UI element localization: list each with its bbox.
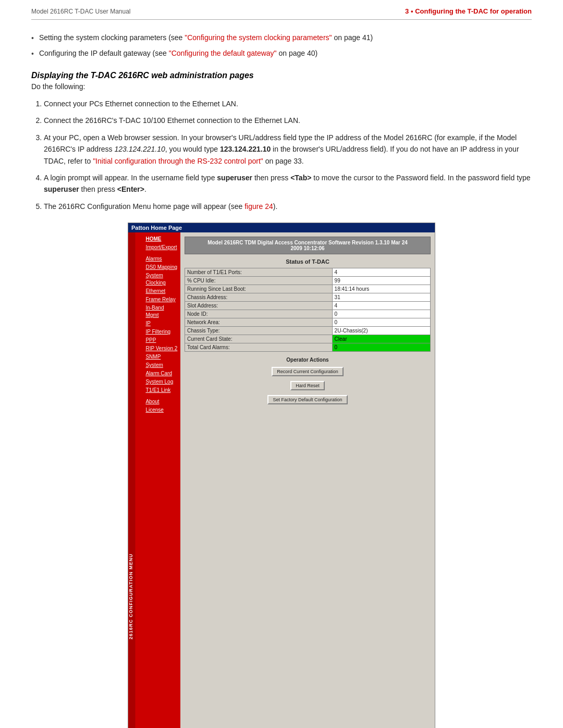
operator-actions-title: Operator Actions: [185, 357, 431, 363]
web-admin-body: 2616RC CONFIGURATION MENU HOME Import/Ex…: [128, 232, 435, 728]
page-container: Model 2616RC T-DAC User Manual 3 • Confi…: [0, 0, 563, 728]
nav-about[interactable]: About: [145, 398, 178, 405]
status-row-slot: Slot Address: 4: [185, 302, 431, 310]
status-label-slot: Slot Address:: [185, 302, 333, 310]
nav-license[interactable]: License: [145, 406, 178, 414]
record-config-button[interactable]: Record Current Configuration: [272, 367, 344, 376]
nav-links: HOME Import/Export Alarms DS0 Mapping Sy…: [143, 232, 180, 728]
nav-rip-version-2[interactable]: RIP Version 2: [145, 345, 178, 352]
status-label-ports: Number of T1/E1 Ports:: [185, 268, 333, 277]
status-value-node: 0: [332, 310, 430, 318]
status-value-chassis-type: 2U-Chassis(2): [332, 327, 430, 335]
status-row-boot: Running Since Last Boot: 18:41:14 hours: [185, 285, 431, 293]
intro-bullets: Setting the system clocking parameters (…: [31, 32, 532, 59]
status-value-network: 0: [332, 318, 430, 327]
nav-system[interactable]: System: [145, 362, 178, 369]
step-3: At your PC, open a Web browser session. …: [44, 132, 532, 167]
status-row-chassis-type: Chassis Type: 2U-Chassis(2): [185, 327, 431, 335]
status-label-card-state: Current Card State:: [185, 335, 333, 343]
link-rs232[interactable]: "Initial configuration through the RS-23…: [93, 157, 263, 165]
bullet-item-1: Setting the system clocking parameters (…: [31, 32, 532, 44]
status-row-cpu: % CPU Idle: 99: [185, 277, 431, 285]
status-label-chassis-type: Chassis Type:: [185, 327, 333, 335]
hard-reset-button[interactable]: Hard Reset: [290, 381, 325, 390]
page-header: Model 2616RC T-DAC User Manual 3 • Confi…: [31, 0, 532, 20]
link-figure24[interactable]: figure 24: [244, 202, 273, 211]
numbered-steps: Connect your PCs Ethernet connection to …: [44, 98, 532, 212]
nav-ppp[interactable]: PPP: [145, 337, 178, 344]
step-5: The 2616RC Configuration Menu home page …: [44, 201, 532, 212]
nav-ip-filtering[interactable]: IP Filtering: [145, 328, 178, 336]
status-label-card-alarms: Total Card Alarms:: [185, 343, 333, 352]
web-admin-titlebar: Patton Home Page: [128, 223, 435, 232]
status-row-ports: Number of T1/E1 Ports: 4: [185, 268, 431, 277]
header-right-main: Configuring the T-DAC for operation: [415, 7, 532, 15]
left-nav: 2616RC CONFIGURATION MENU HOME Import/Ex…: [128, 232, 180, 728]
status-value-card-state: Clear: [332, 335, 430, 343]
nav-ethernet[interactable]: Ethernet: [145, 288, 178, 295]
nav-snmp[interactable]: SNMP: [145, 353, 178, 361]
header-right: 3 • Configuring the T-DAC for operation: [405, 7, 532, 15]
status-value-ports: 4: [332, 268, 430, 277]
step-1: Connect your PCs Ethernet connection to …: [44, 98, 532, 109]
figure-container: Patton Home Page 2616RC CONFIGURATION ME…: [31, 223, 532, 728]
status-value-boot: 18:41:14 hours: [332, 285, 430, 293]
header-left: Model 2616RC T-DAC User Manual: [31, 8, 131, 15]
status-value-card-alarms: 0: [332, 343, 430, 352]
nav-ds0-mapping[interactable]: DS0 Mapping: [145, 264, 178, 271]
nav-frame-relay[interactable]: Frame Relay: [145, 296, 178, 303]
nav-in-band-mgmt[interactable]: In-Band Mgmt: [145, 304, 178, 319]
link-clocking[interactable]: "Configuring the system clocking paramet…: [185, 33, 332, 42]
header-right-prefix: 3 •: [405, 7, 415, 15]
status-label-boot: Running Since Last Boot:: [185, 285, 333, 293]
do-following: Do the following:: [31, 82, 532, 91]
step-2: Connect the 2616RC's T-DAC 10/100 Ethern…: [44, 115, 532, 126]
status-row-card-state: Current Card State: Clear: [185, 335, 431, 343]
bullet-item-2: Configuring the IP default gateway (see …: [31, 48, 532, 59]
status-row-node: Node ID: 0: [185, 310, 431, 318]
status-value-chassis-addr: 31: [332, 293, 430, 302]
section-heading: Displaying the T-DAC 2616RC web administ…: [31, 71, 532, 80]
status-label-chassis-addr: Chassis Address:: [185, 293, 333, 302]
operator-actions: Operator Actions Record Current Configur…: [185, 357, 431, 406]
status-table: Number of T1/E1 Ports: 4 % CPU Idle: 99 …: [185, 268, 431, 352]
nav-import-export[interactable]: Import/Export: [145, 244, 178, 251]
nav-system-log[interactable]: System Log: [145, 378, 178, 386]
nav-alarms[interactable]: Alarms: [145, 255, 178, 263]
nav-ip[interactable]: IP: [145, 320, 178, 327]
status-row-network: Network Area: 0: [185, 318, 431, 327]
status-label-network: Network Area:: [185, 318, 333, 327]
status-label-node: Node ID:: [185, 310, 333, 318]
nav-t1e1-link[interactable]: T1/E1 Link: [145, 387, 178, 394]
factory-default-button[interactable]: Set Factory Default Configuration: [267, 395, 347, 404]
status-row-card-alarms: Total Card Alarms: 0: [185, 343, 431, 352]
status-value-cpu: 99: [332, 277, 430, 285]
link-gateway[interactable]: "Configuring the default gateway": [169, 49, 277, 57]
status-section: Status of T-DAC Number of T1/E1 Ports: 4…: [185, 258, 431, 352]
nav-sidebar-label: 2616RC CONFIGURATION MENU: [128, 232, 135, 728]
status-label-cpu: % CPU Idle:: [185, 277, 333, 285]
model-banner: Model 2616RC TDM Digital Access Concentr…: [185, 237, 431, 254]
nav-alarm-card[interactable]: Alarm Card: [145, 370, 178, 377]
web-admin-screenshot: Patton Home Page 2616RC CONFIGURATION ME…: [128, 223, 435, 728]
status-value-slot: 4: [332, 302, 430, 310]
nav-home[interactable]: HOME: [145, 236, 178, 243]
step-4: A login prompt will appear. In the usern…: [44, 172, 532, 195]
status-row-chassis-addr: Chassis Address: 31: [185, 293, 431, 302]
right-content: Model 2616RC TDM Digital Access Concentr…: [180, 232, 435, 728]
status-title: Status of T-DAC: [185, 258, 431, 265]
nav-system-clocking[interactable]: System Clocking: [145, 272, 178, 287]
